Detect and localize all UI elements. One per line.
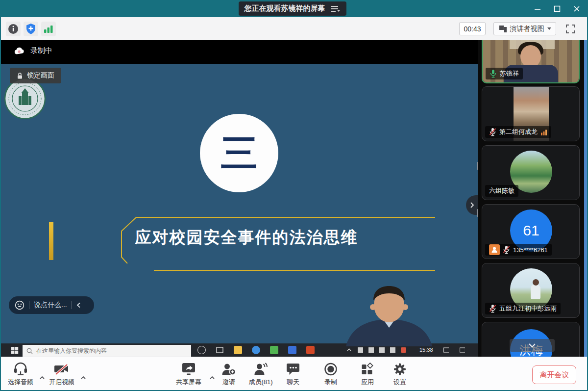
tray-icon <box>368 347 374 353</box>
collapse-list-button[interactable] <box>510 339 555 352</box>
network-quality-button[interactable] <box>41 22 56 36</box>
university-seal-logo <box>4 78 46 120</box>
participant-name-tag: 135****6261 <box>485 244 552 256</box>
mic-muted-icon <box>489 128 496 136</box>
lock-icon <box>17 72 23 79</box>
security-shield-button[interactable] <box>24 22 38 36</box>
gear-icon <box>393 363 407 376</box>
settings-button[interactable]: 设置 <box>393 361 407 387</box>
browser-icon <box>252 346 260 354</box>
minimize-button[interactable] <box>529 2 546 15</box>
participant-tile-hechenglong[interactable]: 第二组何成龙 <box>482 86 580 141</box>
remote-search-box: 在这里输入你要搜索的内容 <box>23 345 191 357</box>
mic-on-icon <box>490 69 497 78</box>
record-circle-icon <box>324 363 338 376</box>
invite-person-icon <box>222 363 236 376</box>
participant-name-tag: 第二组何成龙 <box>485 126 551 138</box>
participant-name-tag: 六组陈敏 <box>485 185 518 197</box>
apps-button[interactable]: 应用 <box>361 361 374 387</box>
avatar-figure <box>531 285 540 299</box>
camera-off-icon <box>54 363 69 376</box>
meeting-window: 您正在观看苏镜祥的屏幕 <box>0 0 588 391</box>
divider <box>29 301 29 309</box>
audio-options-caret[interactable] <box>39 373 45 382</box>
title-accent-bar <box>49 222 53 260</box>
shield-icon <box>25 23 36 35</box>
meeting-statusbar: 00:43 演讲者视图 <box>0 17 588 40</box>
window-titlebar: 您正在观看苏镜祥的屏幕 <box>0 0 588 17</box>
info-icon <box>8 24 19 34</box>
tray-chevron-icon <box>346 347 352 353</box>
meeting-main-area: 录制中 锁定画面 <box>0 40 588 357</box>
chat-placeholder: 说点什么... <box>34 301 67 310</box>
touch-keyboard-icon <box>443 347 449 353</box>
share-letterbox-top: 录制中 <box>0 40 478 64</box>
members-icon <box>254 363 268 376</box>
maximize-button[interactable] <box>549 2 565 15</box>
chat-button[interactable]: 聊天 <box>286 361 300 387</box>
task-view-icon <box>216 346 224 354</box>
remote-clock: 15:38 <box>419 347 433 353</box>
slide-section-circle: 三 <box>200 114 278 192</box>
share-menu-icon[interactable] <box>330 5 341 13</box>
chevron-down-icon <box>528 343 536 348</box>
slide-title-text: 应对校园安全事件的法治思维 <box>63 227 430 249</box>
sidebar-resize-grip[interactable] <box>477 162 478 170</box>
close-button[interactable] <box>568 2 585 15</box>
leave-meeting-button[interactable]: 离开会议 <box>532 365 576 384</box>
search-icon <box>26 348 33 354</box>
fullscreen-button[interactable] <box>564 23 577 35</box>
meeting-toolbar: 选择音频 开启视频 共享屏幕 <box>0 357 588 391</box>
chevron-down-icon <box>547 27 551 30</box>
sidebar-resize-grip[interactable] <box>477 209 478 217</box>
tray-icon <box>358 347 363 353</box>
share-screen-icon <box>181 362 196 376</box>
presenter-video-overlay <box>337 285 441 346</box>
host-badge-icon <box>489 244 500 255</box>
share-options-caret[interactable] <box>209 373 215 382</box>
participant-tile-hongmei[interactable]: 洪梅 <box>482 322 580 357</box>
shared-screen-view: 录制中 锁定画面 <box>0 40 478 357</box>
participant-tile-sujingxiang[interactable]: 苏镜祥 <box>482 40 580 83</box>
participant-tile-135[interactable]: 61 135****6261 <box>482 204 580 259</box>
meeting-timer: 00:43 <box>459 22 486 35</box>
tray-alert-icon <box>401 347 406 353</box>
tray-icon <box>390 347 395 353</box>
participant-tile-chenmin[interactable]: 六组陈敏 <box>482 145 580 200</box>
recording-indicator: 录制中 <box>14 46 52 55</box>
participant-name-tag: 五组九江初中彭远雨 <box>485 303 561 314</box>
app-blue-icon <box>288 346 296 354</box>
participant-tile-pengyuanyu[interactable]: 五组九江初中彭远雨 <box>482 263 580 318</box>
apps-grid-icon <box>361 363 374 376</box>
invite-button[interactable]: 邀请 <box>222 361 236 387</box>
start-button-icon <box>11 346 19 354</box>
section-number: 三 <box>220 134 258 172</box>
chat-bubble-icon <box>286 363 300 376</box>
cloud-recording-icon <box>14 47 24 55</box>
fullscreen-corners-icon <box>565 24 575 34</box>
mic-muted-icon <box>503 245 510 254</box>
layout-view-icon <box>499 25 507 32</box>
watching-screen-pill[interactable]: 您正在观看苏镜祥的屏幕 <box>239 1 346 16</box>
collapse-chat-icon[interactable] <box>76 302 81 308</box>
signal-bars-icon <box>43 24 54 34</box>
wechat-icon <box>270 346 278 354</box>
select-audio-button[interactable]: 选择音频 <box>8 361 33 387</box>
share-screen-button[interactable]: 共享屏幕 <box>176 361 201 387</box>
lock-view-button[interactable]: 锁定画面 <box>10 68 61 83</box>
emoji-smile-icon[interactable] <box>15 300 24 310</box>
members-button[interactable]: 成员(81) <box>248 361 272 387</box>
tray-icon <box>379 347 385 353</box>
video-options-caret[interactable] <box>80 373 86 382</box>
mic-muted-icon <box>489 304 496 313</box>
quick-chat-input[interactable]: 说点什么... <box>9 296 94 314</box>
file-explorer-icon <box>234 346 242 354</box>
chevron-right-icon <box>470 202 474 209</box>
meeting-info-button[interactable] <box>6 22 21 36</box>
record-button[interactable]: 录制 <box>324 361 338 387</box>
start-video-button[interactable]: 开启视频 <box>49 361 74 387</box>
view-mode-selector[interactable]: 演讲者视图 <box>493 22 556 35</box>
participant-name-tag: 苏镜祥 <box>486 68 523 79</box>
window-edge-left <box>0 0 1 391</box>
notification-center-icon <box>460 347 465 353</box>
